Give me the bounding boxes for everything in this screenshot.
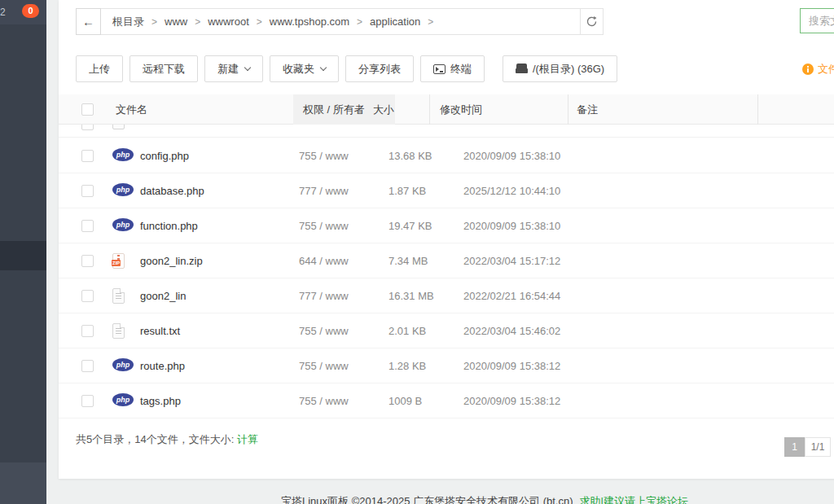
zip-file-icon: ZIP	[112, 253, 125, 269]
file-permission: 755 / www	[299, 313, 349, 348]
file-name[interactable]: database.php	[140, 173, 204, 208]
favorites-label: 收藏夹	[283, 62, 314, 77]
file-mtime: 2022/02/21 16:54:44	[463, 278, 560, 313]
toolbar: 上传 远程下载 新建 收藏夹 分享列表 终端 /(根目录) (36G)	[76, 55, 624, 82]
file-icon	[112, 125, 125, 129]
new-menu-button[interactable]: 新建	[204, 55, 263, 82]
chevron-down-icon	[244, 64, 251, 71]
pagination-page-1-button[interactable]: 1	[784, 437, 805, 457]
favorites-menu-button[interactable]: 收藏夹	[270, 55, 339, 82]
row-checkbox[interactable]	[81, 325, 94, 337]
disk-icon	[516, 64, 528, 74]
row-checkbox[interactable]	[81, 150, 94, 162]
file-size: 1.28 KB	[388, 348, 426, 383]
file-manager-panel: ← 根目录>www>wwwroot>www.tpshop.com>applica…	[59, 0, 834, 479]
file-permission: 755 / www	[299, 208, 349, 243]
file-mtime: 2020/09/09 15:38:12	[463, 383, 560, 419]
file-mtime: 2020/09/09 15:38:10	[463, 138, 560, 173]
upload-label: 上传	[89, 62, 110, 77]
breadcrumb-item[interactable]: www	[165, 15, 187, 28]
forum-help-link[interactable]: 求助|建议请上宝塔论坛	[580, 495, 688, 504]
table-row[interactable]: php route.php 755 / www 1.28 KB 2020/09/…	[59, 348, 834, 383]
column-divider	[429, 94, 430, 125]
select-all-checkbox[interactable]	[81, 103, 94, 116]
disk-label: /(根目录) (36G)	[533, 62, 604, 77]
file-size: 1009 B	[388, 383, 422, 419]
file-tip-label: 文件	[818, 62, 834, 77]
back-button[interactable]: ←	[76, 8, 101, 35]
terminal-button[interactable]: 终端	[420, 55, 485, 82]
search-input[interactable]	[800, 8, 834, 33]
column-header-mtime[interactable]: 修改时间	[440, 94, 482, 125]
table-row[interactable]: php function.php 755 / www 19.47 KB 2020…	[59, 208, 834, 243]
terminal-label: 终端	[450, 62, 472, 77]
breadcrumb-item[interactable]: application	[370, 15, 420, 28]
sidebar-header: 2 0	[0, 0, 46, 24]
file-permission: 777 / www	[299, 278, 349, 313]
table-row[interactable]: ZIP goon2_lin.zip 644 / www 7.34 MB 2022…	[59, 243, 834, 278]
file-name[interactable]: tags.php	[140, 383, 181, 419]
column-header-filename[interactable]: 文件名	[116, 94, 147, 125]
file-permission: 755 / www	[299, 383, 349, 419]
breadcrumb-separator: >	[257, 16, 262, 28]
calculate-size-link[interactable]: 计算	[237, 433, 258, 445]
row-checkbox[interactable]	[81, 360, 94, 372]
row-checkbox[interactable]	[81, 255, 94, 267]
file-size: 16.31 MB	[388, 278, 434, 313]
breadcrumb-separator: >	[357, 16, 362, 28]
column-header-size[interactable]: 大小	[373, 94, 394, 125]
back-arrow-icon: ←	[82, 15, 94, 28]
breadcrumb-item[interactable]: www.tpshop.com	[270, 15, 349, 28]
refresh-button[interactable]	[580, 8, 604, 35]
file-name[interactable]: config.php	[140, 138, 189, 173]
table-row[interactable]: php database.php 777 / www 1.87 KB 2025/…	[59, 173, 834, 208]
sidebar-active-item[interactable]	[0, 241, 46, 270]
chevron-down-icon	[320, 64, 327, 71]
row-checkbox[interactable]	[81, 185, 94, 197]
breadcrumb: 根目录>www>wwwroot>www.tpshop.com>applicati…	[101, 8, 581, 35]
zip-label: ZIP	[112, 260, 121, 266]
file-name[interactable]: function.php	[140, 208, 198, 243]
table-row[interactable]: goon2_lin 777 / www 16.31 MB 2022/02/21 …	[59, 278, 834, 313]
row-checkbox[interactable]	[81, 125, 94, 130]
refresh-icon	[586, 15, 598, 28]
file-mtime: 2022/03/04 15:17:12	[463, 243, 560, 278]
file-name[interactable]: goon2_lin	[140, 278, 186, 313]
file-name[interactable]: route.php	[140, 348, 185, 383]
breadcrumb-separator: >	[195, 16, 200, 28]
column-divider	[568, 94, 568, 125]
message-count-badge[interactable]: 0	[22, 4, 39, 18]
row-checkbox[interactable]	[81, 395, 94, 407]
breadcrumb-item[interactable]: 根目录	[112, 15, 144, 29]
disk-root-button[interactable]: /(根目录) (36G)	[503, 55, 617, 82]
php-file-icon: php	[112, 393, 134, 406]
file-permission: 755 / www	[299, 138, 349, 173]
row-checkbox[interactable]	[81, 290, 94, 302]
column-header-permission[interactable]: 权限 / 所有者	[303, 94, 365, 125]
table-row[interactable]: php tags.php 755 / www 1009 B 2020/09/09…	[59, 383, 834, 419]
breadcrumb-items: 根目录>www>wwwroot>www.tpshop.com>applicati…	[112, 15, 433, 29]
file-mtime: 2020/09/09 15:38:12	[463, 348, 560, 383]
file-permission: 755 / www	[299, 348, 349, 383]
row-checkbox[interactable]	[81, 220, 94, 232]
share-list-button[interactable]: 分享列表	[345, 55, 414, 82]
column-header-note[interactable]: 备注	[577, 94, 598, 125]
info-icon	[802, 64, 814, 75]
file-tip-link[interactable]: 文件	[802, 55, 834, 82]
directory-summary: 共5个目录，14个文件，文件大小: 计算	[76, 432, 258, 447]
breadcrumb-item[interactable]: wwwroot	[208, 15, 249, 28]
file-name[interactable]: result.txt	[140, 313, 180, 348]
breadcrumb-separator: >	[151, 16, 157, 28]
file-name[interactable]: goon2_lin.zip	[140, 243, 203, 278]
table-row[interactable]: result.txt 755 / www 2.01 KB 2022/03/04 …	[59, 313, 834, 348]
upload-button[interactable]: 上传	[76, 55, 123, 82]
file-table-header: 文件名 权限 / 所有者 大小 修改时间 备注	[59, 94, 834, 125]
panel-footer: 宝塔Linux面板 ©2014-2025 广东堡塔安全技术有限公司 (bt.cn…	[281, 494, 688, 504]
php-file-icon: php	[112, 183, 134, 196]
sidebar-bottom-item[interactable]	[0, 462, 46, 504]
table-row[interactable]: php config.php 755 / www 13.68 KB 2020/0…	[59, 138, 834, 173]
breadcrumb-separator: >	[428, 16, 433, 28]
column-divider	[757, 94, 758, 125]
file-size: 2.01 KB	[388, 313, 426, 348]
remote-download-button[interactable]: 远程下载	[129, 55, 198, 82]
